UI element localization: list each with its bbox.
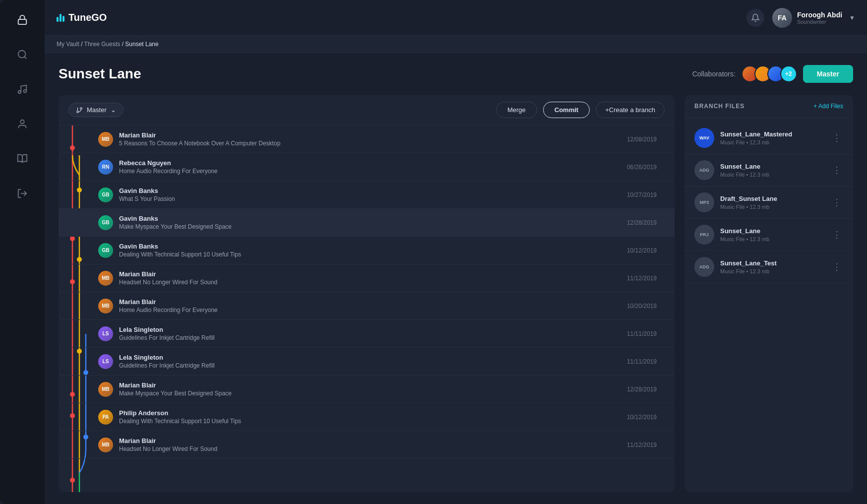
commit-avatar: LS <box>98 326 113 341</box>
file-item[interactable]: MP3 Draft_Sunset Lane Music File • 12.3 … <box>684 187 853 219</box>
sidebar-item-logout[interactable] <box>12 184 32 203</box>
file-menu-button[interactable]: ⋮ <box>830 227 843 242</box>
app-name: TuneGO <box>68 12 107 23</box>
file-badge: ADG <box>694 257 714 277</box>
merge-button[interactable]: Merge <box>496 102 537 118</box>
sidebar-item-person[interactable] <box>12 114 32 134</box>
file-name: Sunset_Lane_Mastered <box>720 130 830 138</box>
branch-files-header: BRANCH FILES + Add Files <box>684 95 853 118</box>
file-item[interactable]: PRJ Sunset_Lane Music File • 12.3 mb ⋮ <box>684 219 853 251</box>
commit-message: Home Audio Recording For Everyone <box>119 307 627 314</box>
file-meta: Music File • 12.3 mb <box>720 139 830 145</box>
svg-rect-0 <box>18 19 27 24</box>
commit-date: 10/27/2019 <box>627 191 665 198</box>
file-menu-button[interactable]: ⋮ <box>830 195 843 210</box>
commit-initials: LS <box>103 331 109 336</box>
breadcrumb-current: Sunset Lane <box>125 41 158 48</box>
commit-author: Lela Singleton <box>119 326 627 333</box>
logo-bar-3 <box>62 16 64 22</box>
main-wrap: TuneGO FA Foroogh Abdi Soundwriter ▼ <box>45 0 867 504</box>
commit-row[interactable]: GB Gavin Banks What S Your Passion 10/27… <box>59 181 675 209</box>
commit-message: Home Audio Recording For Everyone <box>119 168 627 175</box>
file-badge: ADG <box>694 160 714 180</box>
commit-list: MB Marian Blair 5 Reasons To Choose A No… <box>59 126 675 492</box>
master-button[interactable]: Master <box>803 65 853 83</box>
commit-avatar: MB <box>98 438 113 452</box>
file-item[interactable]: ADG Sunset_Lane Music File • 12.3 mb ⋮ <box>684 154 853 187</box>
commit-author: Gavin Banks <box>119 187 627 194</box>
user-info[interactable]: FA Foroogh Abdi Soundwriter ▼ <box>772 8 855 28</box>
commit-author: Gavin Banks <box>119 243 627 250</box>
commit-initials: LS <box>103 359 109 364</box>
create-branch-button[interactable]: +Create a branch <box>596 102 665 118</box>
logo-bar-1 <box>57 17 59 22</box>
commit-rows-container: MB Marian Blair 5 Reasons To Choose A No… <box>59 126 675 459</box>
commit-row[interactable]: MB Marian Blair Make Myspace Your Best D… <box>59 376 675 403</box>
commit-row[interactable]: LS Lela Singleton Guidelines For Inkjet … <box>59 348 675 376</box>
commit-date: 11/12/2019 <box>627 275 665 282</box>
branch-select[interactable]: Master ⌄ <box>68 103 124 117</box>
sidebar-item-search[interactable] <box>12 45 32 64</box>
commit-date: 11/11/2019 <box>627 358 665 365</box>
page-content: Sunset Lane Collaborators: +2 Master <box>45 53 867 504</box>
commit-message: Guidelines For Inkjet Cartridge Refill <box>119 334 627 341</box>
breadcrumb: My Vault / Three Guests / Sunset Lane <box>45 36 867 53</box>
commit-row[interactable]: RN Rebecca Nguyen Home Audio Recording F… <box>59 153 675 181</box>
commit-message: Make Myspace Your Best Designed Space <box>119 390 627 397</box>
branch-icon <box>76 107 83 114</box>
commit-info: Marian Blair Headset No Longer Wired For… <box>119 437 627 452</box>
commit-message: Make Myspace Your Best Designed Space <box>119 223 627 230</box>
commit-row[interactable]: MB Marian Blair Headset No Longer Wired … <box>59 431 675 459</box>
svg-point-5 <box>20 120 24 124</box>
bell-button[interactable] <box>746 9 764 27</box>
navbar-right: FA Foroogh Abdi Soundwriter ▼ <box>746 8 855 28</box>
commit-date: 10/12/2019 <box>627 414 665 421</box>
file-name: Draft_Sunset Lane <box>720 195 830 202</box>
commit-author: Marian Blair <box>119 437 627 444</box>
commit-row[interactable]: GB Gavin Banks Dealing With Technical Su… <box>59 237 675 264</box>
add-files-button[interactable]: + Add Files <box>813 103 843 110</box>
commit-row[interactable]: GB Gavin Banks Make Myspace Your Best De… <box>59 209 675 237</box>
file-name: Sunset_Lane <box>720 227 830 235</box>
commit-initials: MB <box>102 136 110 142</box>
commit-initials: MB <box>102 442 110 447</box>
file-item[interactable]: ADG Sunset_Lane_Test Music File • 12.3 m… <box>684 251 853 283</box>
commit-row[interactable]: MB Marian Blair Home Audio Recording For… <box>59 292 675 320</box>
commit-row[interactable]: PA Philip Anderson Dealing With Technica… <box>59 403 675 431</box>
commit-initials: PA <box>102 414 109 420</box>
commit-avatar: MB <box>98 382 113 397</box>
commit-message: What S Your Passion <box>119 195 627 202</box>
breadcrumb-my-vault[interactable]: My Vault <box>57 41 79 48</box>
commit-avatar: LS <box>98 354 113 369</box>
commit-avatar: GB <box>98 215 113 230</box>
commit-info: Gavin Banks What S Your Passion <box>119 187 627 202</box>
commit-row[interactable]: MB Marian Blair Headset No Longer Wired … <box>59 264 675 292</box>
file-menu-button[interactable]: ⋮ <box>830 130 843 145</box>
sidebar-item-book[interactable] <box>12 149 32 169</box>
commit-row[interactable]: MB Marian Blair 5 Reasons To Choose A No… <box>59 126 675 153</box>
user-details: Foroogh Abdi Soundwriter <box>797 11 842 25</box>
commit-panel: Master ⌄ Merge Commit +Create a branch <box>59 95 675 492</box>
commit-info: Marian Blair 5 Reasons To Choose A Noteb… <box>119 131 627 147</box>
file-item[interactable]: WAV Sunset_Lane_Mastered Music File • 12… <box>684 122 853 154</box>
commit-avatar: MB <box>98 271 113 286</box>
commit-message: Headset No Longer Wired For Sound <box>119 445 627 452</box>
file-name: Sunset_Lane_Test <box>720 259 830 267</box>
commit-message: Dealing With Technical Support 10 Useful… <box>119 418 627 425</box>
file-badge: WAV <box>694 128 714 148</box>
commit-author: Marian Blair <box>119 298 627 306</box>
file-list: WAV Sunset_Lane_Mastered Music File • 12… <box>684 118 853 492</box>
file-info: Sunset_Lane Music File • 12.3 mb <box>720 227 830 242</box>
commit-author: Philip Anderson <box>119 409 627 417</box>
file-menu-button[interactable]: ⋮ <box>830 163 843 178</box>
breadcrumb-three-guests[interactable]: Three Guests <box>84 41 121 48</box>
commit-info: Lela Singleton Guidelines For Inkjet Car… <box>119 354 627 369</box>
commit-row[interactable]: LS Lela Singleton Guidelines For Inkjet … <box>59 320 675 348</box>
commit-date: 12/08/2019 <box>627 136 665 143</box>
page-header: Sunset Lane Collaborators: +2 Master <box>59 65 853 83</box>
sidebar-item-lock[interactable] <box>12 10 32 30</box>
sidebar-item-music[interactable] <box>12 79 32 99</box>
file-menu-button[interactable]: ⋮ <box>830 259 843 274</box>
commit-date: 11/12/2019 <box>627 441 665 448</box>
commit-button[interactable]: Commit <box>543 102 590 118</box>
